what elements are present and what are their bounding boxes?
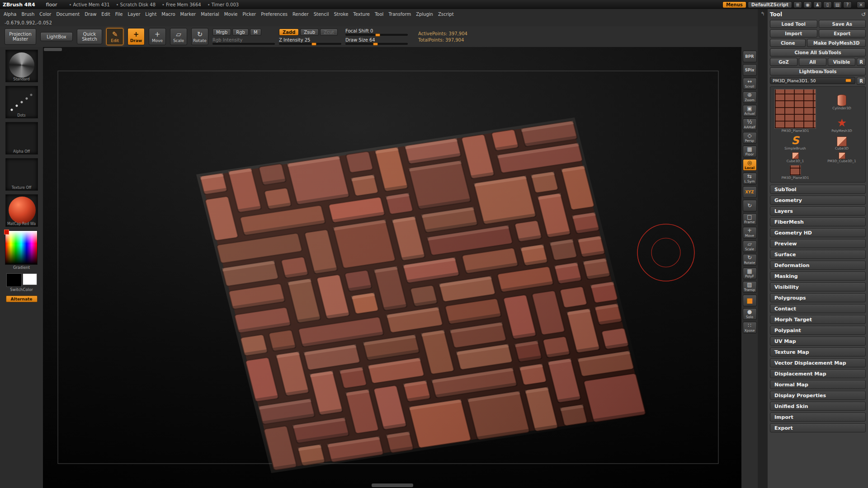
zadd-button[interactable]: Zadd [279, 28, 299, 36]
tool-thumb-cylinder3d[interactable]: Cylinder3D [821, 89, 863, 110]
tool-thumb-pm3d-plane3d1-b[interactable]: PM3D_Plane3D1 [773, 165, 818, 180]
right-shelf-zoom-button[interactable]: ⊕Zoom [743, 91, 757, 103]
scrollbar-handle[interactable] [372, 483, 413, 487]
viewport-canvas[interactable] [43, 47, 741, 488]
texture-selector[interactable]: Texture Off [5, 158, 38, 191]
menu-light[interactable]: Light [145, 12, 156, 17]
clone-all-subtools-button[interactable]: Clone All SubTools [770, 48, 866, 56]
move-button[interactable]: + Move [149, 28, 166, 45]
tool-thumb-cube3d[interactable]: Cube3D [821, 135, 863, 150]
lightbox-button[interactable]: LightBox [40, 32, 73, 41]
quick-sketch-button[interactable]: Quick Sketch [77, 29, 102, 44]
tool-thumb-cube3d-1[interactable]: Cube3D_1 [773, 152, 818, 163]
goz-button[interactable]: GoZ [770, 58, 797, 66]
secondary-color-swatch[interactable] [23, 273, 37, 285]
tool-section-subtool[interactable]: SubTool [770, 185, 866, 194]
menu-stroke[interactable]: Stroke [334, 12, 348, 17]
tool-section-fibermesh[interactable]: FiberMesh [770, 217, 866, 226]
menu-render[interactable]: Render [292, 12, 309, 17]
tool-section-geometry[interactable]: Geometry [770, 196, 866, 205]
right-shelf-solo-button[interactable]: ●Solo [743, 308, 757, 320]
tool-section-contact[interactable]: Contact [770, 304, 866, 313]
menu-stencil[interactable]: Stencil [314, 12, 329, 17]
right-shelf-spix-button[interactable]: SPix [743, 64, 757, 76]
right-shelf-persp-button[interactable]: ◇Persp [743, 132, 757, 144]
default-zscript-button[interactable]: DefaultZScript [748, 1, 792, 8]
edit-button[interactable]: ✎ Edit [106, 28, 123, 45]
right-shelf-polyf-button[interactable]: ▦PolyF [743, 267, 757, 279]
menu-layer[interactable]: Layer [127, 12, 140, 17]
material-selector[interactable]: MatCap Red Wa [5, 194, 38, 227]
clone-button[interactable]: Clone [770, 39, 806, 47]
menu-document[interactable]: Document [56, 12, 80, 17]
right-shelf-floor-button[interactable]: ▦Floor [743, 145, 757, 157]
alternate-button[interactable]: Alternate [6, 296, 38, 302]
menu-macro[interactable]: Macro [161, 12, 175, 17]
sculpted-plane-model[interactable] [196, 117, 650, 473]
tool-thumb-pm3d-plane3d1[interactable]: PM3D_Plane3D1 [773, 89, 818, 133]
main-color-swatch[interactable] [6, 273, 22, 287]
lightbox-tools-button[interactable]: Lightbox▸Tools [770, 67, 866, 75]
right-shelf-spin-button[interactable]: ↻ [743, 200, 757, 211]
zcut-button[interactable]: Zcut [320, 28, 338, 36]
tool-thumb-simplebrush[interactable]: S SimpleBrush [773, 135, 818, 150]
mrgb-button[interactable]: Mrgb [212, 28, 231, 36]
panel-divider-arrow-icon[interactable]: ↰ [760, 11, 764, 488]
tool-section-polypaint[interactable]: Polypaint [770, 326, 866, 335]
right-shelf-scale-button[interactable]: ▱Scale [743, 240, 757, 252]
right-shelf-local-button[interactable]: ◎Local [743, 159, 757, 171]
tool-section-deformation[interactable]: Deformation [770, 261, 866, 270]
menu-file[interactable]: File [115, 12, 123, 17]
tool-section-display-properties[interactable]: Display Properties [770, 391, 866, 400]
save-as-button[interactable]: Save As [819, 20, 866, 28]
import-button[interactable]: Import [770, 29, 817, 38]
document-canvas[interactable] [43, 47, 741, 488]
menu-alpha[interactable]: Alpha [4, 12, 16, 17]
all-button[interactable]: All [799, 58, 826, 66]
projection-icon[interactable]: ◉ [803, 1, 812, 8]
menu-zscript[interactable]: Zscript [438, 12, 454, 17]
m-button[interactable]: M [250, 28, 261, 36]
menu-color[interactable]: Color [39, 12, 51, 17]
tool-section-visibility[interactable]: Visibility [770, 282, 866, 291]
zsub-button[interactable]: Zsub [300, 28, 319, 36]
menu-material[interactable]: Material [201, 12, 219, 17]
tool-section-preview[interactable]: Preview [770, 239, 866, 248]
make-polymesh3d-button[interactable]: Make PolyMesh3D [807, 39, 866, 47]
rgb-button[interactable]: Rgb [232, 28, 249, 36]
right-shelf-paint-button[interactable]: ■ [743, 295, 757, 306]
right-shelf-actual-button[interactable]: ▣Actual [743, 105, 757, 117]
tool-refresh-icon[interactable]: ↺ [861, 11, 866, 18]
user-icon[interactable]: ♟ [813, 1, 822, 8]
focal-shift-slider[interactable]: Focal Shift 0 [345, 28, 408, 36]
focal-shift-handle[interactable] [375, 33, 380, 37]
rgb-intensity-slider[interactable]: Rgb Intensity [212, 38, 275, 45]
z-intensity-slider[interactable]: Z Intensity 25 [279, 38, 341, 45]
right-shelf-move-button[interactable]: +Move [743, 227, 757, 239]
menus-button[interactable]: Menus [722, 1, 746, 8]
menu-picker[interactable]: Picker [242, 12, 256, 17]
right-shelf-transp-button[interactable]: ▨Transp [743, 281, 757, 293]
z-intensity-handle[interactable] [311, 42, 316, 46]
menu-draw[interactable]: Draw [85, 12, 96, 17]
current-tool-handle[interactable] [845, 79, 851, 82]
menu-preferences[interactable]: Preferences [261, 12, 288, 17]
draw-size-slider[interactable]: Draw Size 64 [345, 38, 408, 45]
panel-bars-icon[interactable]: ≣ [793, 1, 802, 8]
canvas-scrollbar-bottom[interactable] [43, 483, 741, 488]
menu-tool[interactable]: Tool [375, 12, 383, 17]
tool-section-vector-displacement-map[interactable]: Vector Displacement Map [770, 358, 866, 367]
menu-texture[interactable]: Texture [353, 12, 370, 17]
tool-section-displacement-map[interactable]: Displacement Map [770, 369, 866, 378]
window-icon[interactable]: ▤ [833, 1, 842, 8]
draw-button[interactable]: + Draw [127, 28, 145, 45]
menu-brush[interactable]: Brush [21, 12, 34, 17]
tool-section-layers[interactable]: Layers [770, 206, 866, 216]
menu-transform[interactable]: Transform [388, 12, 411, 17]
right-shelf-scroll-button[interactable]: ↔Scroll [743, 78, 757, 89]
close-icon[interactable]: × [857, 1, 865, 8]
current-tool-slider[interactable]: PM3D_Plane3D1. 50 [770, 77, 855, 84]
canvas-scrollbar-top[interactable] [44, 48, 62, 51]
right-shelf-xyz-button[interactable]: XYZ [743, 186, 757, 198]
tool-section-export[interactable]: Export [770, 423, 866, 432]
